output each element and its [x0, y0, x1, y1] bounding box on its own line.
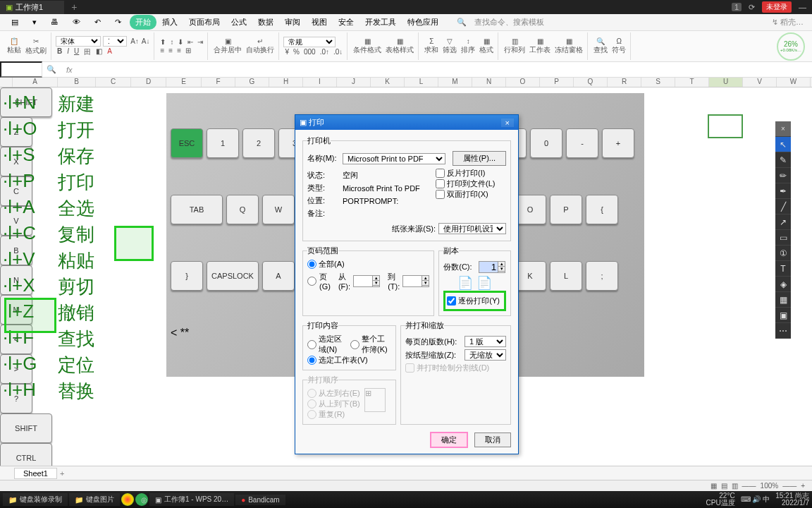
increase-font-icon[interactable]: A↑	[129, 37, 140, 45]
menu-data[interactable]: 数据	[252, 15, 279, 30]
line-icon[interactable]: ╱	[775, 199, 791, 214]
tray-weather[interactable]: 22°CCPU温度	[706, 492, 735, 507]
find-button[interactable]: 🔍查找	[592, 37, 609, 55]
preview-icon[interactable]: 👁	[67, 16, 86, 29]
merge-icon[interactable]: ⊞	[184, 47, 192, 54]
paste-button[interactable]: 📋粘贴	[6, 37, 23, 55]
range-pages-radio[interactable]	[307, 277, 316, 286]
menu-pagelayout[interactable]: 页面布局	[183, 15, 226, 30]
minimize-icon[interactable]: —	[799, 3, 806, 11]
close-icon[interactable]: ×	[501, 119, 514, 127]
copies-input[interactable]	[479, 262, 498, 272]
col-Q[interactable]: Q	[574, 78, 608, 87]
col-P[interactable]: P	[540, 78, 574, 87]
col-J[interactable]: J	[337, 78, 371, 87]
bold-icon[interactable]: B	[56, 47, 63, 57]
tray-clock[interactable]: 15:21 尚志2022/1/7	[775, 492, 809, 507]
wrap-text-button[interactable]: ↵自动换行	[245, 37, 276, 55]
marker-icon[interactable]: ✏	[775, 168, 791, 183]
col-O[interactable]: O	[506, 78, 540, 87]
cut-icon[interactable]: ✂	[24, 37, 48, 45]
rowcol-button[interactable]: ▥行和列	[503, 37, 527, 55]
col-D[interactable]: D	[131, 78, 166, 87]
tofile-checkbox[interactable]	[436, 179, 445, 188]
col-G[interactable]: G	[235, 78, 269, 87]
whole-wb-radio[interactable]	[350, 340, 359, 349]
sort-button[interactable]: ↕排序	[460, 37, 476, 55]
menu-special[interactable]: 特色应用	[402, 15, 444, 30]
document-tab[interactable]: ▣工作簿1	[0, 1, 64, 14]
to-input[interactable]	[403, 276, 422, 286]
perpage-select[interactable]: 1 版	[465, 336, 506, 347]
border-icon[interactable]: 田	[82, 47, 92, 57]
col-H[interactable]: H	[269, 78, 303, 87]
number-format-selector[interactable]: 常规	[283, 37, 336, 47]
notification-badge[interactable]: 1	[732, 3, 742, 11]
col-C[interactable]: C	[96, 78, 131, 87]
taskbar-app2[interactable]: 📁 键盘图片	[69, 493, 120, 506]
table-style-button[interactable]: ▦表格样式	[384, 37, 415, 55]
col-E[interactable]: E	[166, 78, 202, 87]
view-break-icon[interactable]: ▥	[732, 482, 738, 490]
ok-button[interactable]: 确定	[430, 432, 468, 448]
add-sheet-icon[interactable]: +	[60, 469, 64, 478]
collate-checkbox[interactable]	[447, 296, 456, 306]
menu-start[interactable]: 开始	[130, 15, 156, 30]
eraser-icon[interactable]: ◈	[775, 277, 791, 292]
col-F[interactable]: F	[202, 78, 235, 87]
tray-input[interactable]: ⌨ 🔊 中	[741, 495, 770, 504]
indent-icon[interactable]: ⇥	[196, 38, 204, 46]
text-icon[interactable]: T	[775, 261, 791, 277]
worksheet-button[interactable]: ▦工作表	[528, 37, 552, 55]
undo-icon[interactable]: ↶	[89, 16, 106, 29]
close-tools-icon[interactable]: ×	[775, 121, 791, 137]
filter-button[interactable]: ▽筛选	[441, 37, 458, 55]
font-color-icon[interactable]: A	[106, 47, 113, 57]
freeze-button[interactable]: ▦冻结窗格	[553, 37, 584, 55]
align-top-icon[interactable]: ⬆	[159, 38, 167, 46]
sel-sheet-radio[interactable]	[307, 356, 316, 365]
align-center-icon[interactable]: ≡	[167, 47, 174, 54]
formula-input[interactable]	[78, 64, 812, 75]
font-selector[interactable]: 宋体	[56, 36, 101, 47]
zoom-icon[interactable]: 🔍	[42, 65, 61, 74]
save-icon[interactable]: ▾	[27, 16, 42, 29]
decrease-font-icon[interactable]: A↓	[140, 37, 152, 45]
col-T[interactable]: T	[675, 78, 709, 87]
cancel-button[interactable]: 取消	[474, 433, 511, 447]
format-painter[interactable]: 格式刷	[24, 46, 48, 56]
properties-button[interactable]: 属性(P)...	[453, 151, 506, 166]
rect-icon[interactable]: ▭	[775, 230, 791, 246]
fill-color-icon[interactable]: ◧	[94, 47, 104, 57]
col-A[interactable]: A	[13, 78, 58, 87]
zoom-level[interactable]: 100%	[761, 482, 779, 490]
new-tab-icon[interactable]: +	[71, 1, 77, 13]
login-button[interactable]: 未登录	[762, 1, 792, 13]
menu-formula[interactable]: 公式	[226, 15, 252, 30]
range-all-radio[interactable]	[307, 260, 316, 269]
arrow-icon[interactable]: ↗	[775, 214, 791, 230]
col-B[interactable]: B	[58, 78, 96, 87]
taskbar-bandicam[interactable]: ● Bandicam	[235, 495, 285, 505]
underline-icon[interactable]: U	[73, 47, 80, 57]
menu-review[interactable]: 审阅	[279, 15, 306, 30]
blur-icon[interactable]: ▦	[775, 292, 791, 308]
taskbar-360[interactable]: ◎	[135, 493, 148, 506]
taskbar-chrome[interactable]	[121, 493, 134, 506]
name-box[interactable]	[0, 61, 42, 78]
col-K[interactable]: K	[371, 78, 405, 87]
col-I[interactable]: I	[303, 78, 337, 87]
duplex-checkbox[interactable]	[436, 190, 445, 199]
stamp-icon[interactable]: ▣	[775, 308, 791, 323]
align-left-icon[interactable]: ≡	[159, 47, 166, 54]
align-bot-icon[interactable]: ⬇	[176, 38, 185, 46]
comma-icon[interactable]: 000	[302, 48, 317, 56]
printer-select[interactable]: Microsoft Print to PDF	[343, 153, 445, 164]
docer-button[interactable]: ↯ 稻壳…	[766, 15, 809, 30]
col-R[interactable]: R	[608, 78, 641, 87]
app-menu-icon[interactable]: ▤	[6, 16, 24, 29]
pencil-icon[interactable]: ✎	[775, 152, 791, 168]
sync-icon[interactable]: ⟳	[749, 3, 755, 12]
col-S[interactable]: S	[641, 78, 675, 87]
align-mid-icon[interactable]: ↕	[168, 38, 175, 46]
